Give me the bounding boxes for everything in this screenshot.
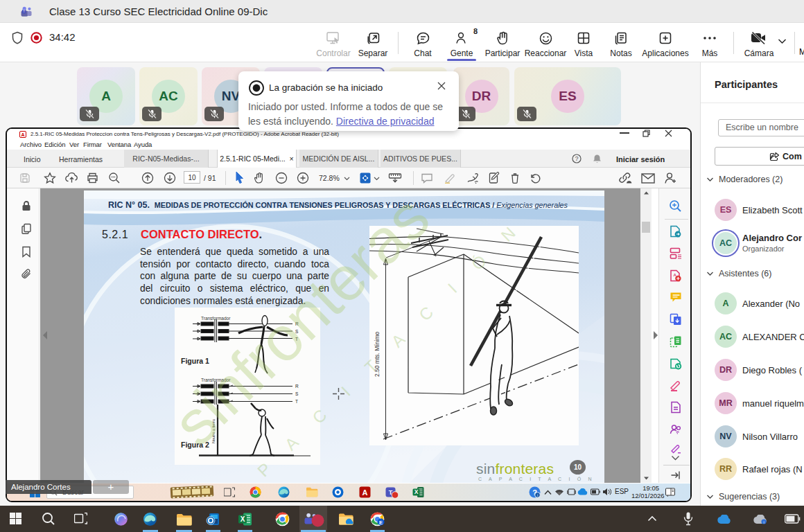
svg-text:S: S	[295, 391, 299, 396]
svg-text:A: A	[673, 273, 676, 277]
svg-text:i: i	[537, 493, 538, 497]
svg-text:A: A	[21, 132, 24, 137]
svg-text:Neutro a tierra: Neutro a tierra	[211, 418, 216, 443]
svg-text:i: i	[763, 520, 764, 524]
svg-text:?: ?	[575, 155, 578, 162]
svg-text:Transformador: Transformador	[201, 316, 231, 321]
svg-text:R: R	[295, 384, 299, 389]
svg-text:S: S	[295, 329, 299, 334]
svg-text:Transformador: Transformador	[201, 378, 231, 382]
svg-text:Figura 1: Figura 1	[181, 357, 209, 365]
svg-text:E: E	[379, 520, 383, 526]
svg-text:R: R	[295, 321, 299, 326]
svg-text:X: X	[414, 488, 419, 495]
svg-text:T: T	[295, 399, 298, 404]
svg-text:Figura 2: Figura 2	[181, 441, 209, 449]
svg-text:X: X	[241, 515, 245, 523]
svg-text:2.50 mts. Mínimo: 2.50 mts. Mínimo	[374, 332, 381, 377]
svg-text:A: A	[362, 488, 368, 497]
svg-text:T: T	[295, 337, 298, 342]
svg-text:T: T	[23, 10, 25, 13]
